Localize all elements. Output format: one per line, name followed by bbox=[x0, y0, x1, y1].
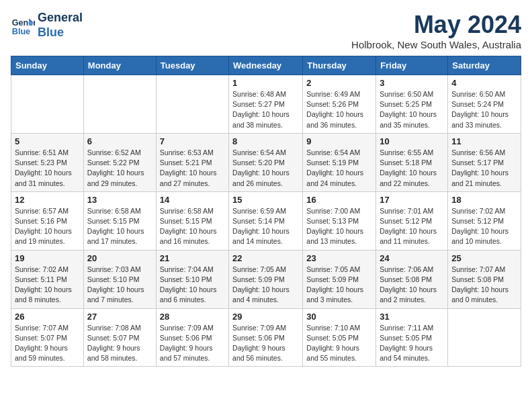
day-number: 6 bbox=[87, 136, 152, 146]
day-cell: 14Sunrise: 6:58 AMSunset: 5:15 PMDayligh… bbox=[156, 191, 228, 250]
day-cell: 7Sunrise: 6:53 AMSunset: 5:21 PMDaylight… bbox=[156, 133, 228, 191]
day-cell bbox=[156, 75, 228, 134]
day-number: 31 bbox=[380, 312, 444, 322]
day-detail: Sunrise: 7:03 AMSunset: 5:10 PMDaylight:… bbox=[87, 265, 152, 306]
day-detail: Sunrise: 7:11 AMSunset: 5:05 PMDaylight:… bbox=[380, 323, 444, 364]
day-cell: 17Sunrise: 7:01 AMSunset: 5:12 PMDayligh… bbox=[376, 191, 448, 250]
day-number: 15 bbox=[232, 195, 299, 205]
day-cell: 26Sunrise: 7:07 AMSunset: 5:07 PMDayligh… bbox=[11, 308, 84, 367]
day-number: 4 bbox=[451, 78, 517, 88]
day-number: 5 bbox=[15, 136, 80, 146]
day-number: 11 bbox=[451, 136, 517, 146]
day-detail: Sunrise: 6:58 AMSunset: 5:15 PMDaylight:… bbox=[160, 206, 225, 247]
month-title: May 2024 bbox=[351, 11, 521, 39]
day-number: 21 bbox=[160, 253, 225, 263]
day-cell: 15Sunrise: 6:59 AMSunset: 5:14 PMDayligh… bbox=[229, 191, 303, 250]
day-number: 17 bbox=[380, 195, 444, 205]
day-detail: Sunrise: 7:09 AMSunset: 5:06 PMDaylight:… bbox=[232, 323, 299, 364]
day-detail: Sunrise: 6:48 AMSunset: 5:27 PMDaylight:… bbox=[232, 89, 299, 130]
day-cell: 27Sunrise: 7:08 AMSunset: 5:07 PMDayligh… bbox=[83, 308, 156, 367]
day-number: 28 bbox=[160, 312, 225, 322]
day-cell: 1Sunrise: 6:48 AMSunset: 5:27 PMDaylight… bbox=[229, 75, 303, 134]
day-cell: 12Sunrise: 6:57 AMSunset: 5:16 PMDayligh… bbox=[11, 191, 84, 250]
week-row-2: 5Sunrise: 6:51 AMSunset: 5:23 PMDaylight… bbox=[11, 133, 521, 191]
day-number: 1 bbox=[232, 78, 299, 88]
day-detail: Sunrise: 7:06 AMSunset: 5:08 PMDaylight:… bbox=[380, 265, 444, 306]
day-detail: Sunrise: 6:49 AMSunset: 5:26 PMDaylight:… bbox=[306, 89, 372, 130]
day-detail: Sunrise: 7:09 AMSunset: 5:06 PMDaylight:… bbox=[160, 323, 225, 364]
day-detail: Sunrise: 7:05 AMSunset: 5:09 PMDaylight:… bbox=[306, 265, 372, 306]
day-cell: 18Sunrise: 7:02 AMSunset: 5:12 PMDayligh… bbox=[448, 191, 521, 250]
day-number: 30 bbox=[306, 312, 372, 322]
week-row-3: 12Sunrise: 6:57 AMSunset: 5:16 PMDayligh… bbox=[11, 191, 521, 250]
week-row-4: 19Sunrise: 7:02 AMSunset: 5:11 PMDayligh… bbox=[11, 250, 521, 308]
day-number: 24 bbox=[380, 253, 444, 263]
day-cell: 28Sunrise: 7:09 AMSunset: 5:06 PMDayligh… bbox=[156, 308, 228, 367]
day-number: 9 bbox=[306, 136, 372, 146]
day-cell: 16Sunrise: 7:00 AMSunset: 5:13 PMDayligh… bbox=[303, 191, 376, 250]
day-detail: Sunrise: 7:01 AMSunset: 5:12 PMDaylight:… bbox=[380, 206, 444, 247]
day-detail: Sunrise: 6:54 AMSunset: 5:20 PMDaylight:… bbox=[232, 148, 299, 189]
col-header-wednesday: Wednesday bbox=[229, 56, 303, 75]
day-detail: Sunrise: 7:07 AMSunset: 5:08 PMDaylight:… bbox=[451, 265, 517, 306]
day-cell: 6Sunrise: 6:52 AMSunset: 5:22 PMDaylight… bbox=[83, 133, 156, 191]
day-cell: 4Sunrise: 6:50 AMSunset: 5:24 PMDaylight… bbox=[448, 75, 521, 134]
page-header: General Blue General Blue May 2024 Holbr… bbox=[11, 11, 521, 50]
day-number: 29 bbox=[232, 312, 299, 322]
day-number: 3 bbox=[380, 78, 444, 88]
col-header-saturday: Saturday bbox=[448, 56, 521, 75]
day-cell: 30Sunrise: 7:10 AMSunset: 5:05 PMDayligh… bbox=[303, 308, 376, 367]
day-cell: 23Sunrise: 7:05 AMSunset: 5:09 PMDayligh… bbox=[303, 250, 376, 308]
day-cell bbox=[11, 75, 84, 134]
day-detail: Sunrise: 7:02 AMSunset: 5:12 PMDaylight:… bbox=[451, 206, 517, 247]
day-cell: 22Sunrise: 7:05 AMSunset: 5:09 PMDayligh… bbox=[229, 250, 303, 308]
day-detail: Sunrise: 6:57 AMSunset: 5:16 PMDaylight:… bbox=[15, 206, 80, 247]
day-detail: Sunrise: 7:00 AMSunset: 5:13 PMDaylight:… bbox=[306, 206, 372, 247]
day-detail: Sunrise: 6:53 AMSunset: 5:21 PMDaylight:… bbox=[160, 148, 225, 189]
calendar-table: SundayMondayTuesdayWednesdayThursdayFrid… bbox=[11, 56, 521, 367]
location: Holbrook, New South Wales, Australia bbox=[351, 39, 521, 50]
day-number: 8 bbox=[232, 136, 299, 146]
day-cell: 11Sunrise: 6:56 AMSunset: 5:17 PMDayligh… bbox=[448, 133, 521, 191]
day-detail: Sunrise: 6:59 AMSunset: 5:14 PMDaylight:… bbox=[232, 206, 299, 247]
svg-text:Blue: Blue bbox=[12, 26, 30, 36]
day-cell: 25Sunrise: 7:07 AMSunset: 5:08 PMDayligh… bbox=[448, 250, 521, 308]
day-detail: Sunrise: 7:04 AMSunset: 5:10 PMDaylight:… bbox=[160, 265, 225, 306]
day-cell: 20Sunrise: 7:03 AMSunset: 5:10 PMDayligh… bbox=[83, 250, 156, 308]
day-number: 20 bbox=[87, 253, 152, 263]
col-header-monday: Monday bbox=[83, 56, 156, 75]
day-detail: Sunrise: 7:10 AMSunset: 5:05 PMDaylight:… bbox=[306, 323, 372, 364]
day-detail: Sunrise: 6:58 AMSunset: 5:15 PMDaylight:… bbox=[87, 206, 152, 247]
day-cell: 24Sunrise: 7:06 AMSunset: 5:08 PMDayligh… bbox=[376, 250, 448, 308]
day-cell: 21Sunrise: 7:04 AMSunset: 5:10 PMDayligh… bbox=[156, 250, 228, 308]
day-cell: 19Sunrise: 7:02 AMSunset: 5:11 PMDayligh… bbox=[11, 250, 84, 308]
day-cell: 3Sunrise: 6:50 AMSunset: 5:25 PMDaylight… bbox=[376, 75, 448, 134]
day-detail: Sunrise: 6:52 AMSunset: 5:22 PMDaylight:… bbox=[87, 148, 152, 189]
day-number: 10 bbox=[380, 136, 444, 146]
logo-general: General bbox=[38, 11, 83, 26]
day-cell: 10Sunrise: 6:55 AMSunset: 5:18 PMDayligh… bbox=[376, 133, 448, 191]
day-cell bbox=[448, 308, 521, 367]
header-row: SundayMondayTuesdayWednesdayThursdayFrid… bbox=[11, 56, 521, 75]
day-detail: Sunrise: 6:50 AMSunset: 5:24 PMDaylight:… bbox=[451, 89, 517, 130]
day-cell: 5Sunrise: 6:51 AMSunset: 5:23 PMDaylight… bbox=[11, 133, 84, 191]
day-number: 27 bbox=[87, 312, 152, 322]
day-cell bbox=[83, 75, 156, 134]
day-cell: 2Sunrise: 6:49 AMSunset: 5:26 PMDaylight… bbox=[303, 75, 376, 134]
day-cell: 31Sunrise: 7:11 AMSunset: 5:05 PMDayligh… bbox=[376, 308, 448, 367]
day-number: 7 bbox=[160, 136, 225, 146]
day-cell: 29Sunrise: 7:09 AMSunset: 5:06 PMDayligh… bbox=[229, 308, 303, 367]
day-number: 22 bbox=[232, 253, 299, 263]
week-row-5: 26Sunrise: 7:07 AMSunset: 5:07 PMDayligh… bbox=[11, 308, 521, 367]
day-detail: Sunrise: 6:51 AMSunset: 5:23 PMDaylight:… bbox=[15, 148, 80, 189]
day-number: 13 bbox=[87, 195, 152, 205]
day-number: 12 bbox=[15, 195, 80, 205]
day-number: 2 bbox=[306, 78, 372, 88]
day-detail: Sunrise: 6:55 AMSunset: 5:18 PMDaylight:… bbox=[380, 148, 444, 189]
logo: General Blue General Blue bbox=[11, 11, 83, 40]
col-header-sunday: Sunday bbox=[11, 56, 84, 75]
day-number: 19 bbox=[15, 253, 80, 263]
day-detail: Sunrise: 6:50 AMSunset: 5:25 PMDaylight:… bbox=[380, 89, 444, 130]
day-detail: Sunrise: 7:02 AMSunset: 5:11 PMDaylight:… bbox=[15, 265, 80, 306]
day-detail: Sunrise: 7:05 AMSunset: 5:09 PMDaylight:… bbox=[232, 265, 299, 306]
